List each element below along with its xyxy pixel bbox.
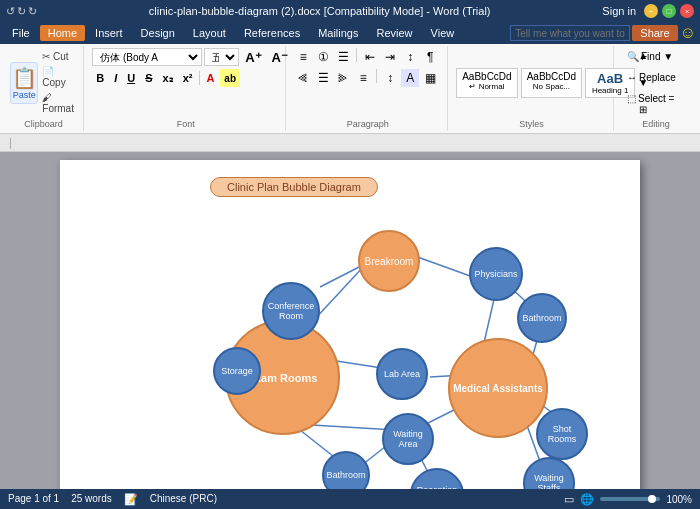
- subscript-button[interactable]: x₂: [159, 69, 177, 87]
- title-bar: ↺ ↻ ↻ clinic-plan-bubble-diagram (2).doc…: [0, 0, 700, 22]
- show-marks-button[interactable]: ¶: [421, 48, 439, 66]
- bubble-conference-room: Conference Room: [262, 282, 320, 340]
- close-button[interactable]: ×: [680, 4, 694, 18]
- page-count: Page 1 of 1: [8, 493, 59, 506]
- window-left-controls: ↺ ↻ ↻: [6, 5, 37, 18]
- tell-me-input[interactable]: [510, 25, 630, 41]
- bubble-physicians: Physicians: [469, 247, 523, 301]
- copy-button[interactable]: 📄 Copy: [41, 65, 77, 89]
- paste-button[interactable]: 📋 Paste: [10, 62, 38, 104]
- share-button[interactable]: Share: [632, 25, 677, 41]
- zoom-thumb: [648, 495, 656, 503]
- justify-button[interactable]: ≡: [354, 69, 372, 87]
- paragraph-group: ≡ ① ☰ ⇤ ⇥ ↕ ¶ ⫷ ☰ ⫸ ≡ ↕ A ▦: [288, 46, 448, 131]
- spell-check-icon[interactable]: 📝: [124, 493, 138, 506]
- menu-home[interactable]: Home: [40, 25, 85, 41]
- align-center-button[interactable]: ☰: [314, 69, 332, 87]
- bubble-medical-assistants: Medical Assistants: [448, 338, 548, 438]
- clipboard-label: Clipboard: [10, 119, 77, 129]
- ruler-bar: │: [0, 134, 700, 152]
- styles-group: AaBbCcDd ↵ Normal AaBbCcDd No Spac... Aa…: [450, 46, 614, 131]
- menu-view[interactable]: View: [423, 25, 463, 41]
- bold-button[interactable]: B: [92, 69, 108, 87]
- window-title: clinic-plan-bubble-diagram (2).docx [Com…: [37, 5, 602, 17]
- bullets-button[interactable]: ≡: [294, 48, 312, 66]
- undo-button[interactable]: ↺: [6, 5, 15, 18]
- refresh-button[interactable]: ↻: [28, 5, 37, 18]
- superscript-button[interactable]: x²: [179, 69, 197, 87]
- menu-mailings[interactable]: Mailings: [310, 25, 366, 41]
- strikethrough-button[interactable]: S: [141, 69, 156, 87]
- italic-button[interactable]: I: [110, 69, 121, 87]
- diagram-title: Clinic Plan Bubble Diagram: [210, 177, 378, 197]
- underline-button[interactable]: U: [123, 69, 139, 87]
- bubble-waiting-area: Waiting Area: [382, 413, 434, 465]
- find-button[interactable]: 🔍 Find ▼: [622, 48, 678, 65]
- zoom-level[interactable]: 100%: [666, 494, 692, 505]
- signin-link[interactable]: Sign in: [602, 5, 636, 17]
- svg-line-7: [412, 255, 473, 277]
- find-icon: 🔍: [627, 51, 639, 62]
- paragraph-label: Paragraph: [294, 119, 441, 129]
- word-count: 25 words: [71, 493, 112, 506]
- clipboard-small-buttons: ✂ Cut 📄 Copy 🖌 Format: [41, 50, 77, 115]
- align-left-button[interactable]: ⫷: [294, 69, 312, 87]
- increase-font-button[interactable]: A⁺: [241, 48, 265, 66]
- line-spacing-button[interactable]: ↕: [381, 69, 399, 87]
- menu-references[interactable]: References: [236, 25, 308, 41]
- style-normal[interactable]: AaBbCcDd ↵ Normal: [456, 68, 517, 98]
- replace-button[interactable]: ↔ Replace: [622, 69, 681, 86]
- menu-layout[interactable]: Layout: [185, 25, 234, 41]
- redo-button[interactable]: ↻: [17, 5, 26, 18]
- document-area: Clinic Plan Bubble Diagram: [0, 152, 700, 489]
- bubble-shot-rooms: Shot Rooms: [536, 408, 588, 460]
- text-color-button[interactable]: A: [202, 69, 218, 87]
- smiley-icon: ☺: [680, 24, 696, 42]
- window-controls: − □ ×: [644, 4, 694, 18]
- language[interactable]: Chinese (PRC): [150, 493, 217, 506]
- minimize-button[interactable]: −: [644, 4, 658, 18]
- numbering-button[interactable]: ①: [314, 48, 332, 66]
- select-button[interactable]: ⬚ Select =: [622, 90, 679, 107]
- menu-design[interactable]: Design: [133, 25, 183, 41]
- sort-button[interactable]: ↕: [401, 48, 419, 66]
- zoom-slider[interactable]: [600, 497, 660, 501]
- ruler-label: │: [8, 138, 14, 148]
- highlight-button[interactable]: ab: [220, 69, 240, 87]
- format-painter-button[interactable]: 🖌 Format: [41, 91, 77, 115]
- status-bar: Page 1 of 1 25 words 📝 Chinese (PRC) ▭ 🌐…: [0, 489, 700, 509]
- borders-button[interactable]: ▦: [421, 69, 439, 87]
- style-no-space[interactable]: AaBbCcDd No Spac...: [521, 68, 582, 98]
- font-label: Font: [92, 119, 279, 129]
- font-family-select[interactable]: 仿体 (Body A: [92, 48, 202, 66]
- shading-button[interactable]: A: [401, 69, 419, 87]
- increase-indent-button[interactable]: ⇥: [381, 48, 399, 66]
- decrease-indent-button[interactable]: ⇤: [361, 48, 379, 66]
- menu-insert[interactable]: Insert: [87, 25, 131, 41]
- editing-label: Editing: [622, 119, 690, 129]
- styles-label: Styles: [456, 119, 607, 129]
- ribbon: 📋 Paste ✂ Cut 📄 Copy 🖌 Format Clipboard …: [0, 44, 700, 134]
- maximize-button[interactable]: □: [662, 4, 676, 18]
- font-group: 仿体 (Body A 五号 A⁺ A⁻ B I U S x₂ x² A: [86, 46, 286, 131]
- web-layout-button[interactable]: 🌐: [580, 493, 594, 506]
- editing-group: 🔍 Find ▼ ↔ Replace ⬚ Select = Editing: [616, 46, 696, 131]
- menu-review[interactable]: Review: [369, 25, 421, 41]
- align-right-button[interactable]: ⫸: [334, 69, 352, 87]
- print-layout-button[interactable]: ▭: [564, 493, 574, 506]
- bubble-bathroom-2: Bathroom: [322, 451, 370, 489]
- menu-file[interactable]: File: [4, 25, 38, 41]
- menu-bar: File Home Insert Design Layout Reference…: [0, 22, 700, 44]
- font-size-select[interactable]: 五号: [204, 48, 239, 66]
- bubble-reception-area: Reception Area: [410, 468, 464, 489]
- undo-redo-group: ↺ ↻ ↻: [6, 5, 37, 18]
- document-page[interactable]: Clinic Plan Bubble Diagram: [60, 160, 640, 489]
- svg-line-6: [320, 265, 363, 287]
- bubble-waiting-staffs: Waiting Staffs: [523, 457, 575, 489]
- clipboard-group: 📋 Paste ✂ Cut 📄 Copy 🖌 Format Clipboard: [4, 46, 84, 131]
- bubble-bathroom-1: Bathroom: [517, 293, 567, 343]
- cut-button[interactable]: ✂ Cut: [41, 50, 77, 63]
- multilevel-button[interactable]: ☰: [334, 48, 352, 66]
- bubble-lab-area: Lab Area: [376, 348, 428, 400]
- status-right: ▭ 🌐 100%: [564, 493, 692, 506]
